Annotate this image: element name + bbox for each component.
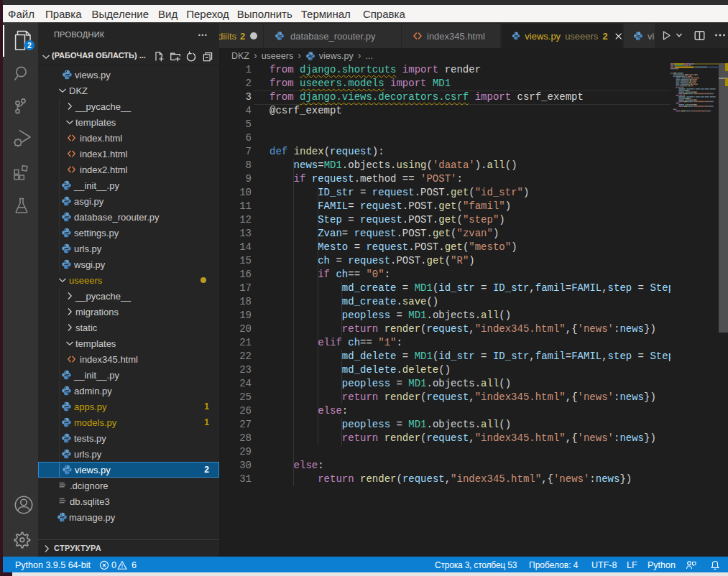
svg-text:2: 2 — [27, 42, 32, 50]
